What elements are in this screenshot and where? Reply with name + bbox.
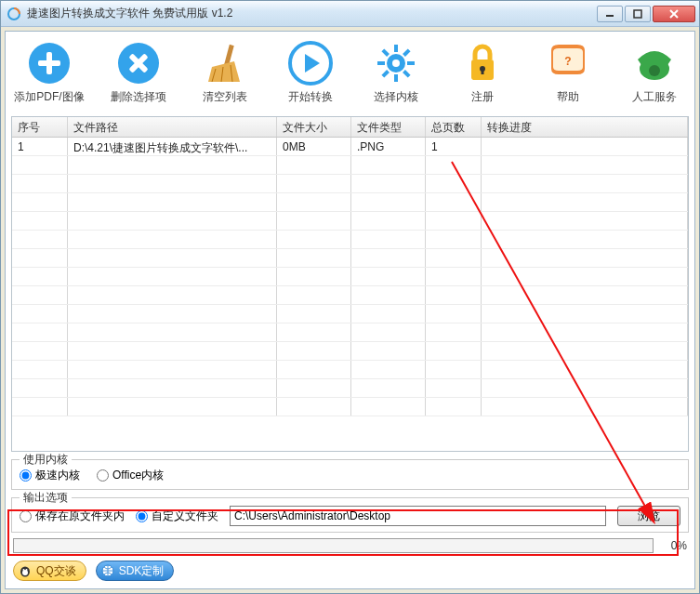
- cell-path: D:\4.21\捷速图片转换成文字软件\...: [68, 138, 277, 155]
- globe-icon: [100, 563, 115, 578]
- start-button[interactable]: 开始转换: [282, 41, 339, 105]
- main-toolbar: 添加PDF/图像 删除选择项 清空列表 开始转换 选择内核 注册: [11, 37, 689, 111]
- output-same-label: 保存在原文件夹内: [35, 508, 125, 524]
- output-path-input[interactable]: [230, 506, 606, 526]
- qq-icon: [18, 563, 33, 578]
- titlebar: 捷速图片转换成文字软件 免费试用版 v1.2: [1, 1, 699, 27]
- cell-size: 0MB: [277, 138, 351, 155]
- engine-option-fast[interactable]: 极速内核: [20, 468, 80, 483]
- table-row[interactable]: [12, 398, 688, 416]
- app-icon: [7, 7, 21, 21]
- engine-label: 选择内核: [374, 89, 418, 105]
- cell-pages: 1: [426, 138, 482, 155]
- table-row[interactable]: [12, 286, 688, 305]
- table-row[interactable]: [12, 268, 688, 286]
- clear-button[interactable]: 清空列表: [195, 41, 253, 105]
- help-button[interactable]: ? 帮助: [539, 41, 597, 105]
- engine-office-label: Office内核: [112, 468, 164, 483]
- table-row[interactable]: [12, 379, 688, 398]
- browse-button[interactable]: 浏览: [617, 506, 680, 526]
- svg-rect-19: [394, 45, 398, 52]
- svg-rect-23: [403, 48, 411, 56]
- svg-rect-2: [634, 10, 641, 18]
- register-button[interactable]: 注册: [454, 41, 511, 105]
- output-option-same[interactable]: 保存在原文件夹内: [20, 508, 125, 524]
- add-label: 添加PDF/图像: [14, 89, 84, 105]
- engine-button[interactable]: 选择内核: [367, 41, 425, 105]
- sdk-button[interactable]: SDK定制: [96, 561, 175, 581]
- output-option-custom[interactable]: 自定义文件夹: [136, 508, 218, 524]
- qq-button[interactable]: QQ交谈: [13, 561, 86, 581]
- svg-rect-29: [481, 69, 483, 74]
- col-path[interactable]: 文件路径: [68, 117, 277, 137]
- svg-rect-22: [407, 61, 415, 65]
- table-header: 序号 文件路径 文件大小 文件类型 总页数 转换进度: [12, 117, 688, 138]
- help-icon: ?: [546, 41, 590, 86]
- table-row[interactable]: [12, 361, 688, 379]
- svg-rect-20: [394, 74, 398, 82]
- remove-button[interactable]: 删除选择项: [110, 41, 167, 105]
- window-title: 捷速图片转换成文字软件 免费试用版 v1.2: [27, 6, 597, 21]
- sdk-label: SDK定制: [119, 563, 165, 579]
- file-table[interactable]: 序号 文件路径 文件大小 文件类型 总页数 转换进度 1 D:\4.21\捷速图…: [11, 116, 689, 452]
- close-button[interactable]: [653, 6, 695, 22]
- table-row[interactable]: [12, 249, 688, 268]
- service-label: 人工服务: [632, 89, 677, 105]
- engine-option-office[interactable]: Office内核: [97, 468, 164, 483]
- engine-radio-fast[interactable]: [20, 469, 32, 482]
- table-row[interactable]: [12, 193, 688, 212]
- col-pages[interactable]: 总页数: [426, 117, 482, 137]
- svg-text:?: ?: [565, 55, 572, 68]
- svg-point-35: [23, 569, 25, 571]
- engine-fast-label: 极速内核: [35, 468, 80, 483]
- table-row[interactable]: [12, 175, 688, 193]
- svg-marker-16: [305, 54, 320, 73]
- phone-icon: [632, 41, 677, 86]
- register-label: 注册: [471, 89, 494, 105]
- svg-rect-26: [403, 70, 411, 77]
- col-type[interactable]: 文件类型: [351, 117, 426, 137]
- svg-point-32: [649, 65, 660, 76]
- start-label: 开始转换: [288, 89, 333, 105]
- col-index[interactable]: 序号: [12, 117, 68, 137]
- table-row[interactable]: [12, 212, 688, 231]
- output-custom-label: 自定义文件夹: [152, 508, 218, 524]
- broom-icon: [203, 41, 247, 86]
- cell-type: .PNG: [351, 138, 426, 155]
- svg-rect-21: [377, 61, 385, 65]
- engine-radio-office[interactable]: [97, 469, 109, 482]
- svg-point-18: [392, 59, 400, 67]
- output-group: 输出选项 保存在原文件夹内 自定义文件夹 浏览: [11, 497, 689, 533]
- help-label: 帮助: [557, 89, 579, 105]
- service-button[interactable]: 人工服务: [626, 41, 683, 105]
- clear-label: 清空列表: [203, 89, 247, 105]
- minimize-button[interactable]: [597, 6, 623, 22]
- table-row[interactable]: [12, 323, 688, 342]
- cell-progress: [482, 138, 688, 155]
- svg-rect-24: [382, 70, 390, 77]
- svg-point-36: [26, 569, 28, 571]
- remove-label: 删除选择项: [111, 89, 166, 105]
- table-row[interactable]: [12, 305, 688, 323]
- output-group-title: 输出选项: [20, 490, 72, 506]
- progress-bar: [13, 538, 654, 553]
- table-row[interactable]: 1 D:\4.21\捷速图片转换成文字软件\... 0MB .PNG 1: [12, 138, 688, 156]
- delete-icon: [116, 41, 161, 86]
- table-row[interactable]: [12, 342, 688, 361]
- progress-row: 0%: [11, 538, 689, 553]
- add-button[interactable]: 添加PDF/图像: [17, 41, 82, 105]
- engine-group: 使用内核 极速内核 Office内核: [11, 459, 689, 490]
- output-radio-custom[interactable]: [136, 510, 148, 522]
- cell-index: 1: [12, 138, 68, 155]
- plus-icon: [27, 41, 72, 86]
- table-row[interactable]: [12, 231, 688, 249]
- svg-point-34: [22, 570, 28, 575]
- col-size[interactable]: 文件大小: [277, 117, 351, 137]
- maximize-button[interactable]: [625, 6, 651, 22]
- gear-icon: [374, 41, 418, 86]
- table-row[interactable]: [12, 156, 688, 175]
- lock-icon: [460, 41, 505, 86]
- output-radio-same[interactable]: [20, 510, 32, 522]
- col-progress[interactable]: 转换进度: [482, 117, 688, 137]
- engine-group-title: 使用内核: [20, 452, 72, 468]
